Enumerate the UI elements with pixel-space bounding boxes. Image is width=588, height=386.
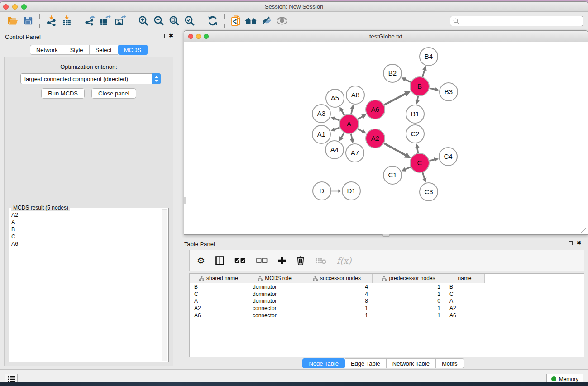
tab-style[interactable]: Style — [64, 45, 90, 55]
table-tabs: Node TableEdge TableNetwork TableMotifs — [178, 358, 588, 368]
tab-network[interactable]: Network — [30, 45, 64, 55]
zoom-fit-button[interactable] — [167, 14, 182, 28]
add-column-icon[interactable] — [278, 257, 286, 265]
show-hide-button[interactable] — [274, 14, 290, 28]
table-row[interactable]: A2connector11A2 — [190, 305, 584, 312]
deselect-all-rows-icon[interactable] — [256, 258, 268, 263]
edge-A6-B[interactable] — [384, 94, 406, 105]
graph-node-label: A5 — [331, 94, 339, 102]
edge-B-B4[interactable] — [422, 70, 425, 77]
cell-shared-name: A6 — [190, 312, 248, 319]
column-header-successor-nodes[interactable]: successor nodes — [301, 274, 373, 283]
graph-node-label: C — [417, 159, 422, 167]
table-row[interactable]: A6connector11A6 — [190, 312, 584, 319]
memory-button[interactable]: Memory — [546, 374, 583, 382]
import-table-button[interactable] — [59, 14, 74, 28]
edge-A-A4[interactable] — [341, 133, 344, 138]
search-box[interactable] — [450, 16, 583, 26]
mcds-result-item[interactable]: B — [11, 226, 161, 233]
float-panel-icon[interactable] — [161, 34, 165, 38]
open-session-button[interactable] — [5, 14, 20, 28]
export-network-button[interactable] — [82, 14, 97, 28]
tab-network-table[interactable]: Network Table — [387, 358, 436, 368]
close-table-panel-icon[interactable]: ✖ — [577, 240, 581, 246]
edge-A2-C[interactable] — [384, 143, 406, 156]
column-header-name[interactable]: name — [445, 274, 485, 283]
tab-edge-table[interactable]: Edge Table — [345, 358, 387, 368]
delete-column-trash-icon[interactable] — [296, 256, 305, 265]
tab-mcds[interactable]: MCDS — [118, 45, 148, 55]
graph-node-label: A8 — [351, 91, 359, 99]
table-row[interactable]: Adominator80A — [190, 297, 584, 305]
optimization-criterion-label: Optimization criterion: — [5, 63, 173, 70]
edge-B-B1[interactable] — [417, 96, 418, 100]
zoom-selected-button[interactable] — [182, 14, 197, 28]
node-table[interactable]: shared nameMCDS rolesuccessor nodesprede… — [189, 273, 584, 357]
search-input[interactable] — [461, 18, 580, 25]
browse-ndex-button[interactable] — [244, 14, 259, 28]
column-header-MCDS-role[interactable]: MCDS role — [248, 274, 301, 283]
window-edge-grabber[interactable] — [184, 197, 186, 204]
toggle-graphics-details-button[interactable] — [259, 14, 274, 28]
window-resize-grip[interactable] — [581, 228, 587, 234]
cell-successor-nodes: 1 — [301, 312, 373, 319]
edge-C-C4[interactable] — [429, 160, 435, 161]
edge-A-A1[interactable] — [334, 128, 339, 130]
close-panel-button[interactable]: Close panel — [91, 88, 136, 99]
cell-shared-name: B — [190, 284, 248, 290]
graph-node-label: A2 — [371, 134, 379, 142]
import-network-button[interactable] — [43, 14, 59, 28]
column-header-shared-name[interactable]: shared name — [190, 274, 248, 283]
edge-arrowhead — [434, 157, 439, 162]
mcds-result-item[interactable]: A6 — [11, 240, 161, 248]
edge-B-B2[interactable] — [405, 79, 411, 82]
criterion-dropdown[interactable]: largest connected component (directed) — [20, 73, 161, 84]
zoom-out-button[interactable] — [151, 14, 167, 28]
tab-select[interactable]: Select — [90, 45, 118, 55]
edge-A-A3[interactable] — [334, 119, 339, 121]
table-row[interactable]: Cdominator41C — [190, 291, 584, 298]
edge-C-C1[interactable] — [405, 167, 411, 170]
float-table-panel-icon[interactable] — [569, 241, 573, 245]
edge-B-B3[interactable] — [430, 88, 435, 89]
edge-A-A6[interactable] — [358, 116, 363, 119]
edge-A-A2[interactable] — [358, 129, 363, 132]
session-title: Session: New Session — [0, 3, 588, 10]
mcds-list-scrollbar[interactable] — [162, 209, 167, 361]
save-session-button[interactable] — [20, 14, 36, 28]
import-from-ndex-button[interactable] — [228, 14, 244, 28]
tab-node-table[interactable]: Node Table — [302, 358, 345, 368]
cell-successor-nodes: 1 — [301, 305, 373, 311]
export-table-button[interactable] — [97, 14, 113, 28]
export-image-button[interactable] — [113, 14, 128, 28]
tab-motifs[interactable]: Motifs — [436, 358, 464, 368]
column-settings-gear-icon[interactable]: ⚙ — [197, 255, 205, 266]
toolbar-separator — [132, 14, 132, 28]
edge-C-C3[interactable] — [423, 172, 425, 179]
close-panel-icon[interactable]: ✖ — [169, 33, 173, 38]
mcds-result-list[interactable]: A2ABCA6 — [9, 210, 161, 362]
edge-arrowhead — [338, 189, 341, 192]
mcds-result-item[interactable]: A — [11, 219, 161, 226]
apply-layout-button[interactable] — [205, 14, 220, 28]
graph-node-label: A3 — [317, 110, 325, 117]
network-canvas[interactable]: B4B2BB3A5A8A6A3B1AA1C2A2A4A7CC4C1C3DD1 — [184, 42, 588, 234]
cell-predecessor-nodes: 1 — [373, 305, 445, 311]
run-mcds-button[interactable]: Run MCDS — [41, 88, 85, 99]
edge-arrowhead — [350, 105, 354, 110]
mcds-result-item[interactable]: C — [11, 233, 161, 240]
task-history-button[interactable] — [5, 374, 18, 382]
edge-A-A8[interactable] — [351, 109, 353, 114]
select-all-rows-icon[interactable] — [234, 258, 246, 263]
cell-MCDS-role: connector — [248, 305, 301, 311]
mcds-result-item[interactable]: A2 — [11, 211, 161, 219]
column-selector-icon[interactable] — [215, 256, 224, 265]
network-view-window[interactable]: testGlobe.txt B4B2BB3A5A8A6A3B1AA1C2A2A4… — [184, 30, 588, 235]
table-row[interactable]: Bdominator41B — [190, 283, 584, 291]
horizontal-splitter-handle[interactable] — [382, 234, 390, 237]
edge-A-A5[interactable] — [342, 110, 344, 115]
edge-C-C2[interactable] — [417, 148, 418, 153]
column-header-predecessor-nodes[interactable]: predecessor nodes — [373, 274, 445, 283]
zoom-in-button[interactable] — [136, 14, 151, 28]
edge-A-A7[interactable] — [351, 134, 352, 140]
